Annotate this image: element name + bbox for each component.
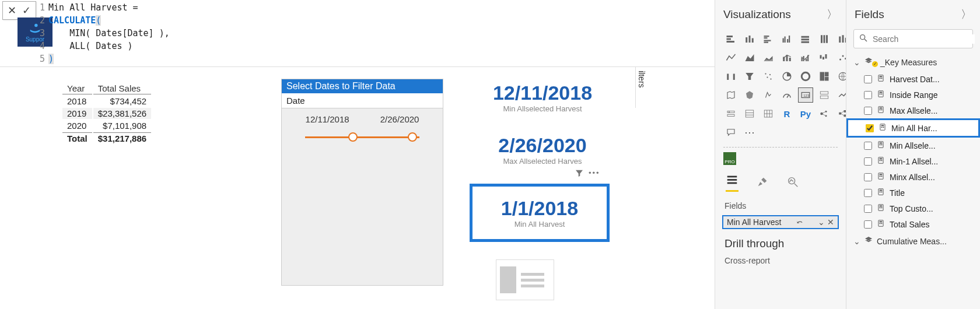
field-table-cumulative[interactable]: ⌄ Cumulative Meas... bbox=[846, 232, 980, 250]
fields-tab-icon[interactable] bbox=[726, 173, 738, 192]
field-table-key-measures[interactable]: ⌄ ✓ _Key Measures bbox=[846, 53, 980, 71]
slicer-field-label[interactable]: Date bbox=[282, 93, 443, 108]
report-canvas[interactable]: ilters YearTotal Sales 2018$734,452 2019… bbox=[0, 67, 648, 309]
field-item[interactable]: Harvest Dat... bbox=[846, 71, 980, 87]
field-item[interactable]: Min All Har... bbox=[846, 118, 980, 138]
field-item[interactable]: Top Custo... bbox=[846, 201, 980, 216]
table-icon[interactable] bbox=[742, 106, 757, 121]
stacked-column-icon[interactable] bbox=[742, 31, 757, 47]
field-checkbox[interactable] bbox=[864, 173, 872, 181]
card-max-allselected[interactable]: 2/26/2020 Max Allselected Harves bbox=[467, 134, 618, 166]
field-well[interactable]: Min All Harvest ⤺ ⌄ ✕ bbox=[722, 215, 839, 229]
svg-rect-110 bbox=[880, 191, 881, 192]
slicer-icon[interactable]: A bbox=[723, 106, 738, 121]
clustered-bar-icon[interactable] bbox=[761, 31, 776, 47]
table-row[interactable]: 2018$734,452 bbox=[62, 96, 151, 107]
filter-icon[interactable] bbox=[575, 168, 584, 180]
col-year[interactable]: Year bbox=[62, 83, 92, 94]
field-well-remove[interactable]: ✕ bbox=[827, 217, 834, 227]
line-chart-icon[interactable] bbox=[723, 50, 738, 65]
format-tab-icon[interactable] bbox=[756, 175, 769, 190]
slider-handle-end[interactable] bbox=[408, 132, 417, 142]
card-min-all-harvest[interactable]: 1/1/2018 Min All Harvest bbox=[470, 184, 610, 242]
sales-table[interactable]: YearTotal Sales 2018$734,452 2019$23,381… bbox=[61, 82, 152, 145]
shape-map-icon[interactable] bbox=[742, 87, 757, 103]
hundred-stacked-bar-icon[interactable] bbox=[798, 31, 813, 47]
field-well-label: Fields bbox=[715, 196, 846, 213]
filled-map-icon[interactable] bbox=[723, 87, 738, 103]
get-more-visuals-icon[interactable]: ⋯ bbox=[742, 125, 757, 140]
fields-search[interactable] bbox=[853, 29, 973, 48]
area-chart-icon[interactable] bbox=[742, 50, 757, 65]
donut-icon[interactable] bbox=[798, 69, 813, 84]
svg-point-39 bbox=[766, 76, 768, 78]
field-item[interactable]: Min-1 Allsel... bbox=[846, 153, 980, 169]
pro-badge-icon[interactable]: PRO bbox=[723, 152, 736, 165]
python-visual-icon[interactable]: Py bbox=[798, 106, 813, 121]
slicer-slider[interactable] bbox=[305, 131, 419, 143]
field-checkbox[interactable] bbox=[864, 91, 872, 99]
field-item[interactable]: Min Allsele... bbox=[846, 138, 980, 153]
field-checkbox[interactable] bbox=[864, 205, 872, 213]
filters-collapsed-tab[interactable]: ilters bbox=[635, 67, 648, 108]
commit-formula-button[interactable]: ✓ bbox=[22, 4, 31, 17]
line-stacked-column-icon[interactable] bbox=[779, 50, 794, 65]
field-checkbox[interactable] bbox=[864, 107, 872, 115]
field-item[interactable]: Total Sales bbox=[846, 216, 980, 232]
measure-icon bbox=[877, 74, 885, 84]
svg-line-79 bbox=[864, 39, 867, 41]
slider-handle-start[interactable] bbox=[348, 132, 358, 142]
r-visual-icon[interactable]: R bbox=[779, 106, 794, 121]
table-row[interactable]: 2020$7,101,908 bbox=[62, 120, 151, 131]
svg-rect-13 bbox=[789, 36, 790, 43]
field-item[interactable]: Max Allsele... bbox=[846, 103, 980, 118]
slicer-from[interactable]: 12/11/2018 bbox=[306, 114, 349, 124]
field-checkbox[interactable] bbox=[866, 124, 874, 132]
stacked-area-icon[interactable] bbox=[761, 50, 776, 65]
table-row[interactable]: 2019$23,381,526 bbox=[62, 108, 151, 119]
matrix-icon[interactable] bbox=[761, 106, 776, 121]
field-item[interactable]: Minx Allsel... bbox=[846, 169, 980, 185]
clustered-column-icon[interactable] bbox=[779, 31, 794, 47]
slicer-to[interactable]: 2/26/2020 bbox=[380, 114, 419, 124]
field-checkbox[interactable] bbox=[864, 142, 872, 150]
qa-visual-icon[interactable] bbox=[723, 125, 738, 140]
more-options-icon[interactable]: ••• bbox=[589, 168, 600, 180]
cross-report-label[interactable]: Cross-report bbox=[715, 252, 846, 269]
hundred-stacked-column-icon[interactable] bbox=[817, 31, 832, 47]
field-checkbox[interactable] bbox=[864, 189, 872, 197]
treemap-icon[interactable] bbox=[817, 69, 832, 84]
pie-icon[interactable] bbox=[779, 69, 794, 84]
svg-rect-4 bbox=[749, 36, 751, 43]
key-influencers-icon[interactable] bbox=[817, 106, 832, 121]
fields-search-input[interactable] bbox=[873, 34, 975, 44]
field-item[interactable]: Title bbox=[846, 185, 980, 201]
collapse-viz-pane[interactable]: 〉 bbox=[827, 7, 838, 22]
stacked-bar-icon[interactable] bbox=[723, 31, 738, 47]
analytics-tab-icon[interactable] bbox=[786, 175, 799, 190]
slicer-title: Select Dates to Filter Data bbox=[282, 79, 443, 93]
field-checkbox[interactable] bbox=[864, 157, 872, 166]
ribbon-chart-icon[interactable] bbox=[723, 69, 738, 84]
field-label: Title bbox=[890, 188, 905, 198]
multi-row-card-icon[interactable] bbox=[817, 87, 832, 103]
card-min-allselected[interactable]: 12/11/2018 Min Allselected Harvest bbox=[467, 82, 618, 113]
cancel-formula-button[interactable]: ✕ bbox=[8, 4, 16, 17]
field-checkbox[interactable] bbox=[864, 220, 872, 229]
formula-code[interactable]: Min All Harvest = CALCULATE( MIN( Dates[… bbox=[48, 1, 170, 65]
waterfall-icon[interactable] bbox=[817, 50, 832, 65]
line-clustered-column-icon[interactable] bbox=[798, 50, 813, 65]
card-icon[interactable]: 123 bbox=[798, 87, 813, 103]
field-item[interactable]: Inside Range bbox=[846, 87, 980, 103]
col-total-sales[interactable]: Total Sales bbox=[93, 83, 151, 94]
funnel-icon[interactable] bbox=[742, 69, 757, 84]
gauge-icon[interactable] bbox=[779, 87, 794, 103]
field-checkbox[interactable] bbox=[864, 75, 872, 83]
placeholder-visual[interactable] bbox=[496, 259, 554, 300]
svg-rect-45 bbox=[825, 72, 829, 77]
date-slicer[interactable]: Select Dates to Filter Data Date 12/11/2… bbox=[281, 79, 443, 286]
field-well-dropdown[interactable]: ⌄ bbox=[818, 217, 825, 227]
scatter-chart-icon[interactable] bbox=[761, 69, 776, 84]
azure-map-icon[interactable] bbox=[761, 87, 776, 103]
collapse-fields-pane[interactable]: 〉 bbox=[961, 7, 972, 22]
